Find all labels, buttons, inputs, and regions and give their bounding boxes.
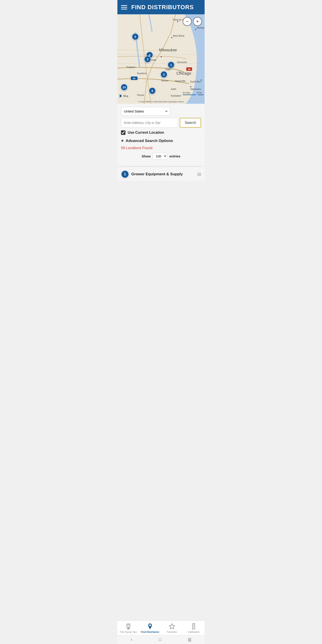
- svg-point-13: [190, 86, 192, 88]
- svg-text:Chicago: Chicago: [176, 71, 191, 76]
- svg-text:Kankakee: Kankakee: [170, 94, 181, 97]
- search-row: Search: [121, 118, 201, 128]
- svg-point-7: [177, 21, 178, 22]
- svg-point-9: [171, 37, 172, 38]
- menu-button[interactable]: [121, 5, 127, 10]
- svg-text:50 miles: 50 miles: [183, 92, 190, 94]
- advanced-search-row[interactable]: + Advanced Search Options: [121, 138, 201, 144]
- result-detail-icon[interactable]: ⊟: [197, 172, 201, 177]
- svg-marker-35: [120, 94, 122, 98]
- map-zoom-controls: − +: [183, 17, 202, 26]
- svg-text:Joliet: Joliet: [170, 88, 176, 90]
- svg-text:Freeport: Freeport: [126, 66, 135, 68]
- country-select-wrapper: United States Canada: [121, 107, 201, 116]
- map-cluster-2[interactable]: 2: [160, 71, 168, 78]
- show-entries-row: Show 10 25 50 100 entries: [121, 153, 201, 160]
- svg-point-10: [161, 56, 162, 58]
- app-header: FIND DISTRIBUTORS: [118, 0, 204, 14]
- svg-text:50 km: 50 km: [196, 92, 202, 94]
- advanced-search-label: Advanced Search Options: [126, 139, 173, 143]
- svg-text:Kenosha: Kenosha: [177, 61, 187, 64]
- show-label: Show: [142, 154, 150, 158]
- use-current-location-row: Use Current Location: [121, 130, 201, 135]
- entries-select[interactable]: 10 25 50 100: [153, 153, 167, 160]
- svg-text:Milwaukee: Milwaukee: [159, 48, 177, 52]
- svg-text:Rockford: Rockford: [137, 72, 146, 75]
- result-name: Grower Equipment & Supply: [131, 172, 195, 176]
- svg-text:Naperville: Naperville: [175, 80, 186, 82]
- use-current-location-label: Use Current Location: [128, 130, 164, 134]
- locations-found: 58 Locations Found: [121, 146, 201, 150]
- svg-text:Elgin: Elgin: [166, 68, 171, 71]
- svg-point-8: [195, 29, 196, 30]
- map-cluster-14[interactable]: 14: [120, 84, 128, 91]
- svg-text:Peoria: Peoria: [137, 94, 144, 96]
- table-row[interactable]: 1 Grower Equipment & Supply ⊟: [118, 168, 204, 181]
- page-title: FIND DISTRIBUTORS: [131, 4, 194, 11]
- map-area[interactable]: 88 94 Fond du Lac Sheboygan West Bend Mi…: [118, 14, 204, 104]
- zoom-in-button[interactable]: +: [193, 17, 202, 26]
- svg-text:Sheboygan: Sheboygan: [196, 26, 204, 29]
- map-svg: 88 94 Fond du Lac Sheboygan West Bend Mi…: [118, 14, 204, 104]
- svg-text:Valparaiso: Valparaiso: [190, 88, 201, 90]
- svg-text:West Bend: West Bend: [173, 34, 184, 37]
- use-current-location-checkbox[interactable]: [121, 130, 126, 135]
- results-divider: [121, 166, 201, 166]
- address-input[interactable]: [121, 118, 178, 128]
- map-cluster-3[interactable]: 3: [144, 56, 151, 63]
- search-section: United States Canada Search Use Current …: [118, 104, 204, 166]
- svg-text:Aurora: Aurora: [161, 79, 168, 82]
- result-badge-1: 1: [121, 170, 129, 178]
- country-select[interactable]: United States Canada: [121, 107, 170, 116]
- search-button[interactable]: Search: [180, 118, 201, 128]
- map-cluster-1[interactable]: 1: [168, 61, 175, 68]
- bing-logo: Bing: [119, 94, 128, 98]
- map-cluster-5[interactable]: 5: [132, 33, 139, 40]
- svg-text:South Ben: South Ben: [190, 80, 201, 83]
- map-cluster-8[interactable]: 8: [149, 87, 156, 94]
- svg-text:88: 88: [133, 77, 135, 80]
- plus-icon: +: [121, 138, 124, 144]
- map-attribution: © 2020 HERE © 2020 Microsoft Corporation…: [138, 100, 184, 103]
- entries-label: entries: [169, 154, 180, 158]
- svg-text:94: 94: [188, 68, 190, 70]
- zoom-out-button[interactable]: −: [183, 17, 192, 26]
